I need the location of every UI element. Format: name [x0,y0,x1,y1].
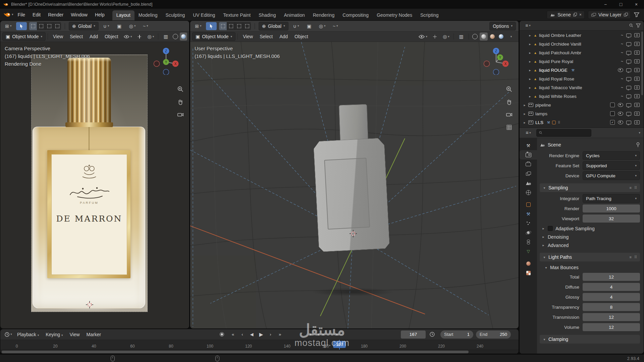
tab-shading[interactable]: Shading [255,10,280,20]
minimize-button[interactable]: − [598,0,613,9]
outliner-row-collection-lamps[interactable]: ▸ lamps [520,109,644,118]
hide-viewport-icon[interactable] [626,112,631,116]
hide-viewport-icon[interactable] [626,103,631,107]
hide-viewport-icon[interactable] [626,42,631,46]
hide-render-icon[interactable] [634,112,640,116]
presets-icon[interactable]: ≡ [630,186,632,190]
tab-uv-editing[interactable]: UV Editing [189,10,219,20]
use-preview-range-icon[interactable] [430,332,435,337]
viewport-samples-field[interactable]: 32 [583,215,640,223]
menu-window[interactable]: Window [67,11,91,19]
hide-viewport-icon[interactable] [626,121,631,124]
menu-object[interactable]: Object [291,34,311,39]
tab-modeling[interactable]: Modeling [135,10,162,20]
properties-search-input[interactable] [536,129,591,137]
hide-eye-icon[interactable] [618,103,623,107]
clamping-panel-header[interactable]: ▾ Clamping [540,335,640,344]
drag-dots-icon[interactable]: ⠿ [634,186,637,190]
pan-button[interactable] [176,98,185,106]
menu-playback[interactable]: Playback ▾ [14,332,42,337]
menu-add[interactable]: Add [276,34,291,39]
selectable-icon[interactable]: ~ [621,59,623,64]
render-samples-field[interactable]: 1000 [583,204,640,213]
scene-selector[interactable]: Scene × [547,11,585,19]
selectable-icon[interactable]: ~ [621,50,623,55]
tab-sculpting[interactable]: Sculpting [162,10,189,20]
transform-orientation-dropdown[interactable]: ⊕ Global ▾ [259,22,288,31]
hide-render-icon[interactable] [634,120,640,124]
sampling-panel-header[interactable]: ▾ Sampling ≡⠿ [540,183,640,192]
menu-select[interactable]: Select [257,34,276,39]
overlays-button[interactable]: ◎▾ [145,33,156,41]
outliner-row-liquid-ombre-leather[interactable]: ▸ ▲ liquid Ombre Leather ~ [520,31,644,40]
hide-render-icon[interactable] [634,85,640,89]
outliner-row-liquid-patchouli-ambr[interactable]: ▸ ▲ liquid Patchouli Ambr ~ [520,48,644,57]
tab-geometry-nodes[interactable]: Geometry Nodes [373,10,416,20]
hide-render-icon[interactable] [634,94,640,98]
camera-view-button[interactable] [176,110,185,119]
selectable-icon[interactable]: ~ [621,33,623,38]
tab-rendering[interactable]: Rendering [309,10,339,20]
collection-checkbox[interactable] [610,111,615,116]
tab-constraints[interactable] [520,237,537,247]
menu-view[interactable]: View [50,34,66,39]
device-dropdown[interactable]: GPU Compute▾ [583,171,640,180]
maximize-button[interactable]: □ [613,0,629,9]
menu-edit[interactable]: Edit [29,11,44,19]
tab-object[interactable] [520,200,537,209]
chevron-down-icon[interactable]: ▾ [639,131,640,134]
3d-viewport-canvas-left[interactable]: Camera Perspective (167) liquids | LLS_L… [0,42,189,328]
tab-object-data[interactable]: ▽ [520,247,537,256]
disclosure-icon[interactable]: ▸ [528,60,532,63]
hide-render-icon[interactable] [634,103,640,107]
outliner-row-liquid-pure-royal[interactable]: ▸ ▲ liquid Pure Royal ~ [520,57,644,66]
hide-eye-icon[interactable] [618,68,623,72]
select-mode-circle[interactable] [45,22,53,30]
select-mode-box[interactable] [227,22,235,30]
advanced-row[interactable]: ▸ Advanced [540,241,640,249]
play-reverse-button[interactable]: ◀ [248,330,256,339]
disclosure-icon[interactable]: ▸ [528,77,532,81]
hide-viewport-icon[interactable] [626,60,631,63]
active-tool-button[interactable] [206,22,217,30]
xray-button[interactable]: ▥ [160,33,171,41]
object-visibility-button[interactable]: ▾ [122,33,133,41]
current-frame-field[interactable]: 167 [401,330,426,339]
zoom-button[interactable] [505,85,514,94]
hide-viewport-icon[interactable] [626,95,631,98]
new-view-layer-icon[interactable] [624,13,628,16]
camera-view-button[interactable] [505,110,514,119]
disclosure-icon[interactable]: ▸ [528,68,532,72]
bottle-cap-mesh[interactable] [339,104,368,143]
drag-dots-icon[interactable]: ⠿ [634,255,637,259]
snap-toggle[interactable]: ∪▾ [101,22,112,30]
proportional-edit-button[interactable]: ◎▾ [317,22,328,30]
snap-toggle[interactable]: ∪▾ [291,22,302,30]
tab-texture-paint[interactable]: Texture Paint [219,10,255,20]
hide-viewport-icon[interactable] [626,34,631,37]
disclosure-icon[interactable]: ▸ [523,103,526,107]
editor-type-button[interactable]: ≡▾ [523,21,533,29]
hide-eye-icon[interactable] [618,120,623,124]
gizmos-button[interactable] [429,33,440,41]
menu-view[interactable]: View [240,34,256,39]
hide-viewport-icon[interactable] [626,51,631,55]
selectable-icon[interactable]: ~ [621,94,623,99]
select-mode-lasso[interactable] [53,22,61,30]
select-mode-lasso[interactable] [243,22,251,30]
toggle-ortho-button[interactable] [505,123,514,132]
tab-render[interactable] [520,150,537,160]
jump-to-start-button[interactable]: « [229,330,237,339]
tab-layout[interactable]: Layout [112,10,135,20]
jump-to-end-button[interactable]: » [276,330,284,339]
next-keyframe-button[interactable]: › [266,330,275,339]
tab-modifiers[interactable]: ⚒ [520,209,537,219]
tab-world[interactable] [520,188,537,197]
xray-button[interactable]: ▥ [456,33,467,41]
filter-funnel-icon[interactable] [636,23,641,27]
auto-keying-button[interactable] [218,330,226,339]
close-button[interactable]: × [629,0,644,9]
hide-viewport-icon[interactable] [626,77,631,81]
previous-keyframe-button[interactable]: ‹ [238,330,247,339]
3d-viewport-canvas-right[interactable]: User Perspective (167) liquids | LLS_LIG… [190,42,519,328]
